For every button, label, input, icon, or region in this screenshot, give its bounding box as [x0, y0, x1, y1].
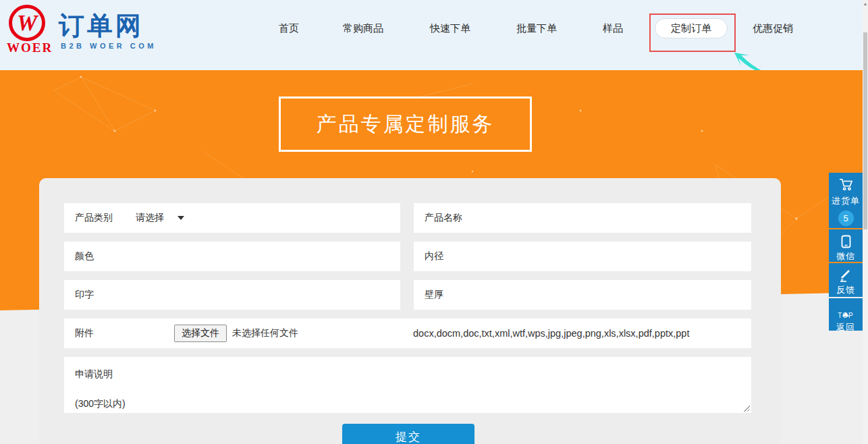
- file-status-text: 未选择任何文件: [232, 327, 298, 339]
- cart-icon: [838, 178, 853, 191]
- nav-item-frequent-goods[interactable]: 常购商品: [343, 22, 383, 35]
- wechat-button[interactable]: 微信: [829, 229, 863, 262]
- color-label: 颜色: [75, 250, 94, 262]
- feedback-label: 反馈: [829, 284, 863, 296]
- wechat-label: 微信: [829, 250, 863, 262]
- product-name-field[interactable]: 产品名称: [414, 203, 751, 233]
- back-to-top-button[interactable]: TOP 返回: [829, 298, 863, 331]
- cart-button[interactable]: 进货单 5: [829, 173, 863, 228]
- product-category-field[interactable]: 产品类别 请选择: [64, 203, 400, 233]
- wall-thickness-field[interactable]: 壁厚: [414, 280, 751, 310]
- nav-item-quick-order[interactable]: 快速下单: [430, 22, 470, 35]
- top-word: TOP: [829, 312, 863, 319]
- inner-diameter-field[interactable]: 内径: [414, 242, 751, 271]
- textarea-resize-handle-icon[interactable]: [742, 404, 750, 412]
- top-header: W WOER 订单网 B2B WOER COM 首页 常购商品 快速下单 批量下…: [0, 0, 868, 70]
- pencil-icon: [839, 269, 852, 282]
- nav-item-samples[interactable]: 样品: [603, 22, 623, 35]
- cart-count-badge: 5: [838, 211, 854, 226]
- product-category-select[interactable]: 请选择: [136, 212, 164, 224]
- nav-item-home[interactable]: 首页: [279, 22, 299, 35]
- choose-file-button[interactable]: 选择文件: [174, 325, 227, 342]
- phone-icon: [841, 235, 851, 248]
- allowed-file-types: docx,docm,doc,txt,xml,wtf,wps,jpg,jpeg,p…: [413, 328, 689, 339]
- attachment-row: 附件 选择文件 未选择任何文件 docx,docm,doc,txt,xml,wt…: [64, 318, 751, 348]
- color-field[interactable]: 颜色: [64, 242, 400, 271]
- feedback-button[interactable]: 反馈: [829, 263, 863, 297]
- scrollbar-thumb[interactable]: [863, 32, 867, 229]
- attachment-label: 附件: [75, 327, 174, 339]
- wall-thickness-label: 壁厚: [425, 289, 443, 301]
- printing-field[interactable]: 印字: [64, 280, 400, 310]
- cart-label: 进货单: [829, 195, 863, 207]
- woer-brand-text: WOER: [7, 40, 49, 55]
- product-category-label: 产品类别: [75, 212, 113, 224]
- nav-item-bulk-order[interactable]: 批量下单: [516, 22, 557, 35]
- scrollbar-track[interactable]: ▲: [863, 0, 868, 444]
- inner-diameter-label: 内径: [425, 250, 443, 262]
- back-label: 返回: [829, 321, 863, 333]
- woer-logo-icon[interactable]: W: [9, 5, 45, 41]
- dropdown-caret-icon[interactable]: [178, 216, 184, 220]
- description-textarea[interactable]: 申请说明 (300字以内): [64, 357, 751, 413]
- printing-label: 印字: [75, 289, 94, 301]
- floating-side-toolbar: 进货单 5 微信 反馈 TOP 返回: [829, 173, 863, 332]
- red-highlight-box: [649, 13, 736, 52]
- submit-button[interactable]: 提交: [342, 424, 474, 444]
- nav-item-promotions[interactable]: 优惠促销: [753, 22, 793, 35]
- site-subtitle: B2B WOER COM: [61, 42, 157, 50]
- site-name[interactable]: 订单网: [59, 9, 144, 43]
- hero-title: 产品专属定制服务: [279, 96, 532, 152]
- scrollbar-up-arrow[interactable]: ▲: [863, 1, 868, 6]
- product-name-label: 产品名称: [425, 212, 462, 224]
